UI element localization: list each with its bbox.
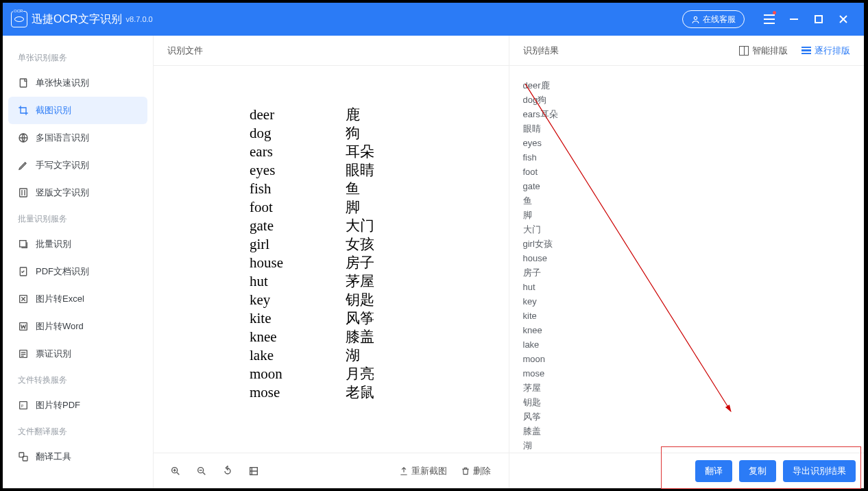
result-line: lake: [523, 337, 851, 352]
smart-layout-button[interactable]: 智能排版: [739, 45, 788, 57]
result-line: 膝盖: [523, 424, 851, 438]
minimize-button[interactable]: [782, 3, 806, 36]
svg-rect-8: [20, 79, 26, 87]
vertical-text-icon: [18, 187, 29, 198]
line-layout-button[interactable]: 逐行排版: [801, 45, 850, 57]
source-row: moon月亮: [250, 365, 509, 383]
app-title: 迅捷OCR文字识别: [32, 12, 122, 27]
result-line: 鱼: [523, 193, 851, 208]
app-version: v8.7.0.0: [126, 15, 153, 23]
zoom-in-button[interactable]: [165, 460, 186, 482]
copy-button[interactable]: 复制: [739, 460, 776, 482]
translate-icon: [18, 451, 29, 462]
sidebar-item-img2pdf[interactable]: P 图片转PDF: [3, 392, 153, 419]
split-icon: [739, 46, 749, 56]
close-button[interactable]: [831, 3, 856, 36]
sidebar-item-label: 图片转PDF: [36, 399, 80, 411]
sidebar-item-label: 批量识别: [36, 238, 71, 250]
source-row: fish鱼: [250, 180, 509, 198]
excel-icon: [18, 294, 29, 304]
sidebar-item-pdf[interactable]: PDF文档识别: [3, 258, 153, 285]
result-text[interactable]: deer鹿dog狗ears耳朵眼睛eyesfishfootgate鱼脚大门gir…: [509, 78, 865, 453]
sidebar-item-word[interactable]: 图片转Word: [3, 313, 153, 340]
document-icon: [18, 77, 29, 88]
result-line: 眼睛: [523, 121, 851, 136]
sidebar-item-label: 图片转Word: [36, 320, 84, 333]
source-row: key钥匙: [250, 291, 509, 309]
sidebar-group-3: 文件转换服务: [3, 368, 153, 392]
svg-line-30: [203, 472, 205, 475]
sidebar-item-label: 票证识别: [36, 348, 71, 360]
fit-button[interactable]: [243, 460, 265, 482]
sidebar-group-4: 文件翻译服务: [3, 419, 153, 443]
sidebar-item-multilang[interactable]: 多国语言识别: [3, 124, 153, 152]
sidebar-item-label: PDF文档识别: [36, 265, 89, 278]
result-line: eyes: [523, 136, 851, 150]
word-icon: [18, 321, 29, 332]
delete-button[interactable]: 删除: [461, 465, 491, 477]
sidebar-item-label: 手写文字识别: [36, 159, 89, 171]
sidebar: 单张识别服务 单张快速识别 截图识别 多国语言识别 手写文字识别 竖版文字识别: [3, 36, 154, 488]
delete-label: 删除: [473, 465, 491, 477]
result-line: dog狗: [523, 93, 851, 107]
sidebar-item-label: 单张快速识别: [36, 77, 89, 89]
sidebar-item-single-quick[interactable]: 单张快速识别: [3, 69, 153, 97]
source-row: mose老鼠: [250, 383, 509, 402]
maximize-button[interactable]: [806, 3, 831, 36]
sidebar-item-label: 竖版文字识别: [36, 187, 89, 199]
source-pane: 识别文件 deer鹿dog狗ears耳朵eyes眼睛fish鱼foot脚gate…: [154, 36, 509, 488]
source-row: eyes眼睛: [250, 161, 509, 180]
headset-icon: [691, 15, 700, 24]
export-button[interactable]: 导出识别结果: [783, 460, 856, 482]
result-line: moon: [523, 352, 851, 366]
source-row: hut茅屋: [250, 272, 509, 291]
sidebar-item-vertical[interactable]: 竖版文字识别: [3, 179, 153, 206]
rotate-button[interactable]: [217, 460, 239, 482]
result-pane-title: 识别结果: [523, 45, 559, 57]
result-line: ears耳朵: [523, 107, 851, 121]
pdf-icon: [18, 266, 29, 277]
sidebar-item-batch[interactable]: 批量识别: [3, 230, 153, 258]
rotate-icon: [222, 466, 233, 477]
result-pane: 识别结果 智能排版 逐行排版 deer鹿dog狗ears耳朵眼睛eyesfish…: [509, 36, 865, 488]
pdf-convert-icon: P: [18, 400, 29, 411]
menu-button[interactable]: [757, 3, 782, 36]
close-icon: [839, 14, 848, 24]
source-row: dog狗: [250, 124, 509, 143]
sidebar-item-translate[interactable]: 翻译工具: [3, 443, 153, 470]
source-row: gate大门: [250, 217, 509, 235]
trash-icon: [461, 466, 470, 476]
upload-icon: [399, 466, 409, 476]
sidebar-item-handwriting[interactable]: 手写文字识别: [3, 152, 153, 179]
sidebar-item-ticket[interactable]: 票证识别: [3, 340, 153, 368]
result-line: 脚: [523, 208, 851, 222]
source-row: foot脚: [250, 198, 509, 217]
zoom-in-icon: [170, 466, 181, 477]
pen-icon: [18, 160, 29, 171]
zoom-out-button[interactable]: [191, 460, 213, 482]
translate-button[interactable]: 翻译: [695, 460, 732, 482]
result-line: kite: [523, 309, 851, 323]
stack-icon: [18, 239, 29, 250]
svg-rect-13: [20, 241, 26, 247]
result-line: key: [523, 294, 851, 309]
result-line: 大门: [523, 222, 851, 237]
online-support-label: 在线客服: [703, 14, 736, 25]
line-layout-label: 逐行排版: [815, 45, 850, 57]
sidebar-item-excel[interactable]: 图片转Excel: [3, 285, 153, 313]
sidebar-item-label: 截图识别: [36, 104, 71, 117]
zoom-out-icon: [196, 466, 207, 477]
svg-rect-10: [20, 189, 27, 197]
notification-dot: [773, 11, 776, 14]
sidebar-group-2: 批量识别服务: [3, 206, 153, 230]
sidebar-item-screenshot[interactable]: 截图识别: [8, 97, 147, 124]
sidebar-item-label: 翻译工具: [36, 451, 71, 463]
online-support-button[interactable]: 在线客服: [682, 10, 745, 28]
source-pane-title: 识别文件: [167, 45, 203, 57]
recapture-button[interactable]: 重新截图: [399, 465, 447, 477]
recapture-label: 重新截图: [411, 465, 447, 477]
source-row: kite风筝: [250, 309, 509, 328]
sidebar-group-1: 单张识别服务: [3, 45, 153, 69]
app-logo: OCR: [11, 11, 27, 27]
result-line: foot: [523, 165, 851, 179]
